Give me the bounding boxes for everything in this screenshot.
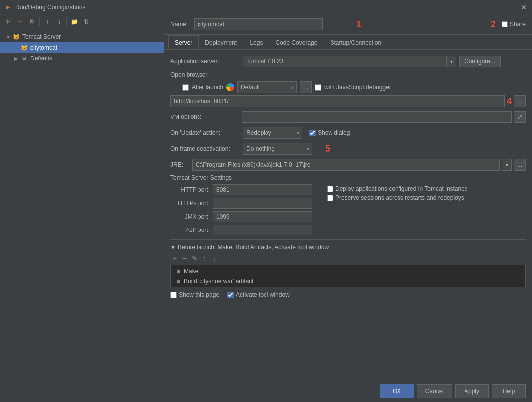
bl-move-up-button[interactable]: ↑ [200, 254, 209, 263]
tab-deployment[interactable]: Deployment [199, 35, 243, 49]
ports-section: HTTP port: HTTPs port: JMX port: AJ [170, 184, 312, 235]
tree-item-tomcat-server[interactable]: ▼ 🐱 Tomcat Server [0, 31, 164, 42]
right-panel: Name: 1 2 Share Server Deployment Logs C… [164, 14, 532, 380]
close-button[interactable]: ✕ [520, 3, 528, 11]
citytomcat-icon: 🐱 [20, 44, 28, 52]
tab-logs[interactable]: Logs [243, 35, 269, 49]
js-debugger-checkbox[interactable] [315, 84, 321, 91]
configure-button[interactable]: Configure... [459, 56, 501, 67]
before-launch-items: ⚙ Make ⚙ Build 'cityshoe:war' artifact [170, 265, 526, 287]
sort-button[interactable]: ⇅ [81, 16, 92, 27]
add-config-button[interactable]: + [2, 16, 13, 27]
bl-edit-button[interactable]: ✎ [190, 254, 199, 263]
app-server-dropdown-btn[interactable]: ▾ [446, 56, 456, 67]
show-dialog-checkbox[interactable] [309, 130, 316, 136]
main-window: ▶ Run/Debug Configurations ✕ + − ⎘ ↑ ↓ 📁… [0, 0, 532, 402]
on-update-row: On 'Update' action: Redeploy ▾ Show dial… [170, 127, 526, 139]
app-server-input[interactable] [243, 56, 446, 67]
jmx-port-row: JMX port: [170, 211, 312, 222]
preserve-sessions-label: Preserve sessions across restarts and re… [335, 194, 464, 201]
on-frame-select[interactable]: Do nothing [243, 143, 312, 155]
bl-move-down-button[interactable]: ↓ [210, 254, 219, 263]
before-launch-collapse-icon[interactable]: ▼ [170, 244, 176, 250]
toolbar-divider [39, 17, 40, 26]
ajp-port-input[interactable] [213, 225, 312, 235]
bottom-options: Show this page Activate tool window [170, 291, 526, 298]
browser-select-wrapper: Default ▾ [237, 81, 297, 93]
show-dialog-wrapper: Show dialog [309, 129, 350, 136]
activate-tool-window-checkbox[interactable] [227, 292, 234, 298]
left-toolbar: + − ⎘ ↑ ↓ 📁 ⇅ [0, 14, 164, 29]
browser-select[interactable]: Default [237, 81, 297, 93]
after-launch-checkbox[interactable] [182, 84, 189, 91]
vm-options-row: VM options: ⤢ [170, 111, 526, 123]
https-port-input[interactable] [213, 198, 312, 209]
bl-item-make[interactable]: ⚙ Make [171, 266, 525, 276]
bl-build-icon: ⚙ [175, 278, 182, 285]
vm-options-input[interactable] [242, 111, 512, 123]
toolbar-divider2 [66, 17, 67, 26]
apply-button[interactable]: Apply [455, 384, 489, 398]
http-port-input[interactable] [213, 184, 312, 195]
config-tree: ▼ 🐱 Tomcat Server 🐱 citytomcat ▶ ⚙ Defau… [0, 29, 164, 380]
ajp-port-label: AJP port: [170, 227, 210, 233]
preserve-sessions-checkbox[interactable] [327, 195, 333, 201]
copy-config-button[interactable]: ⎘ [26, 16, 37, 27]
before-launch-title[interactable]: Before launch: Make, Build Artifacts, Ac… [178, 244, 329, 251]
browser-row: 3 After launch Default ▾ ... with JavaSc… [170, 81, 526, 93]
before-launch-header: ▼ Before launch: Make, Build Artifacts, … [170, 244, 526, 251]
left-panel: + − ⎘ ↑ ↓ 📁 ⇅ ▼ 🐱 Tomcat Server � [0, 14, 164, 380]
activate-tool-window-label: Activate tool window [236, 291, 290, 298]
bl-remove-button[interactable]: − [180, 254, 189, 263]
jre-input[interactable] [192, 159, 500, 171]
on-frame-select-wrapper: Do nothing ▾ [243, 143, 312, 155]
name-input[interactable] [194, 18, 323, 30]
tree-label-citytomcat: citytomcat [30, 44, 57, 51]
tabs-row: Server Deployment Logs Code Coverage Sta… [164, 35, 532, 50]
server-content: Application server: ▾ Configure... Open … [164, 50, 532, 380]
browser-more-button[interactable]: ... [300, 81, 312, 93]
deploy-configured-checkbox[interactable] [327, 186, 333, 192]
on-update-select[interactable]: Redeploy [243, 127, 302, 139]
tree-item-citytomcat[interactable]: 🐱 citytomcat [0, 42, 164, 53]
cancel-button[interactable]: Cancel [417, 384, 452, 398]
move-down-button[interactable]: ↓ [54, 16, 65, 27]
tab-server[interactable]: Server [168, 35, 199, 49]
tab-startup-connection[interactable]: Startup/Connection [324, 35, 388, 49]
jre-dropdown-btn[interactable]: ▾ [502, 159, 512, 171]
vm-options-expand-button[interactable]: ⤢ [514, 111, 526, 123]
main-content: + − ⎘ ↑ ↓ 📁 ⇅ ▼ 🐱 Tomcat Server � [0, 14, 532, 380]
http-port-label: HTTP port: [170, 186, 210, 193]
bl-item-build-artifact[interactable]: ⚙ Build 'cityshoe:war' artifact [171, 276, 525, 286]
ok-button[interactable]: OK [380, 384, 414, 398]
https-port-label: HTTPs port: [170, 200, 210, 207]
annotation-5: 5 [325, 144, 330, 154]
move-up-button[interactable]: ↑ [42, 16, 53, 27]
activate-tool-window-wrapper: Activate tool window [227, 291, 290, 298]
folder-button[interactable]: 📁 [69, 16, 80, 27]
bl-add-button[interactable]: + [170, 254, 179, 263]
jmx-port-input[interactable] [213, 211, 312, 222]
annotation-4: 4 [507, 96, 512, 107]
on-frame-deactivation-row: On frame deactivation: Do nothing ▾ 5 [170, 143, 526, 155]
annotation-2: 2 [491, 19, 496, 30]
tomcat-icon: 🐱 [12, 33, 20, 41]
after-launch-label: After launch [192, 84, 223, 91]
tab-code-coverage[interactable]: Code Coverage [269, 35, 324, 49]
show-this-page-checkbox[interactable] [170, 292, 177, 298]
share-checkbox[interactable] [502, 21, 508, 27]
on-update-label: On 'Update' action: [170, 129, 240, 136]
bl-build-label: Build 'cityshoe:war' artifact [184, 278, 254, 285]
https-port-row: HTTPs port: [170, 198, 312, 209]
url-input[interactable] [170, 95, 505, 107]
remove-config-button[interactable]: − [14, 16, 25, 27]
url-row: 4 ... [170, 95, 526, 107]
url-more-button[interactable]: ... [514, 95, 526, 107]
help-button[interactable]: Help [492, 384, 526, 398]
show-this-page-wrapper: Show this page [170, 291, 219, 298]
jre-more-button[interactable]: ... [514, 159, 526, 171]
app-server-row: Application server: ▾ Configure... [170, 56, 526, 67]
bl-make-label: Make [184, 268, 198, 275]
tree-item-defaults[interactable]: ▶ ⚙ Defaults [0, 53, 164, 64]
name-row: Name: 1 2 Share [164, 14, 532, 35]
